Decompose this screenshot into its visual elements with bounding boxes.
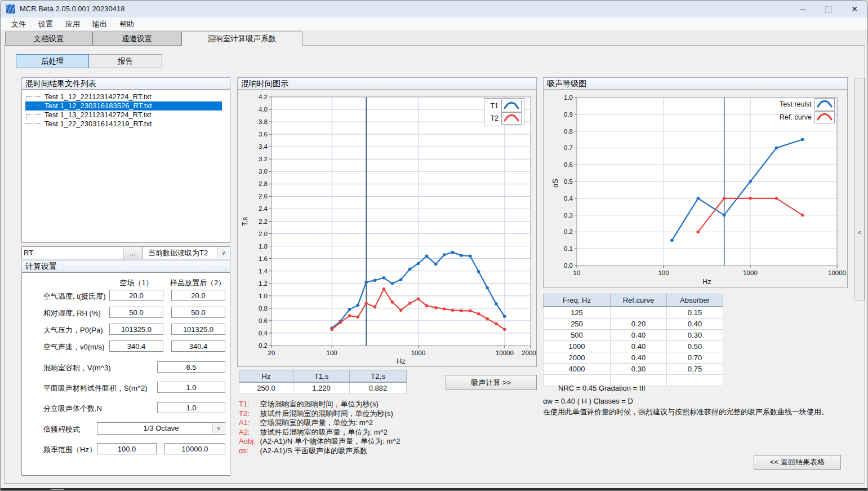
svg-text:4.0: 4.0 (259, 106, 268, 113)
table-row[interactable]: 2500.200.40 (544, 319, 723, 330)
list-item[interactable]: Test 1_12_230316183526_RT.txt (25, 101, 222, 110)
svg-text:αS: αS (551, 179, 559, 188)
freq-max-input[interactable] (164, 443, 225, 454)
svg-text:0.2: 0.2 (259, 342, 268, 349)
col-header-empty-room: 空场（1） (109, 278, 163, 288)
tree-branch-icon (26, 114, 41, 116)
table-row[interactable]: 1250.15 (544, 307, 723, 319)
rt-table-header-hz: Hz (239, 370, 293, 383)
humidity-2-input[interactable] (171, 307, 225, 318)
table-row[interactable]: 20000.400.70 (544, 352, 723, 364)
close-button[interactable]: ✕ (842, 1, 867, 17)
svg-text:Hz: Hz (397, 357, 405, 365)
note-line: T2: 放试件后混响室的混响时间，单位为秒(s) (239, 409, 400, 419)
menu-settings[interactable]: 设置 (32, 17, 59, 30)
menu-application[interactable]: 应用 (59, 17, 86, 30)
absorber-count-input[interactable] (157, 402, 225, 413)
list-item[interactable]: Test 1_12_221123142724_RT.txt (25, 92, 222, 101)
svg-text:3.0: 3.0 (259, 168, 268, 175)
result-file-list[interactable]: Test 1_12_221123142724_RT.txtTest 1_12_2… (21, 89, 230, 243)
tab-channel-settings[interactable]: 通道设置 (92, 32, 181, 46)
list-item[interactable]: Test 1_22_230316141219_RT.txt (25, 120, 222, 129)
menu-help[interactable]: 帮助 (113, 17, 140, 30)
sound-speed-1-input[interactable] (109, 340, 163, 352)
note-line: Aobj: (A2-A1)/N 单个物体的吸声量，单位为: m^2 (239, 437, 400, 446)
nrc-result-text: NRC = 0.45 Gradation = III (558, 384, 646, 392)
back-to-results-button[interactable]: << 返回结果表格 (754, 455, 841, 470)
ref-curve-icon (814, 111, 835, 123)
svg-text:4.2: 4.2 (259, 94, 268, 100)
note-line: T1: 空场混响室的混响时间，单位为秒(s) (239, 400, 400, 409)
svg-text:1000: 1000 (743, 269, 758, 276)
tree-branch-icon (26, 96, 41, 98)
sound-speed-2-input[interactable] (171, 340, 225, 352)
app-window: MCR Beta 2.05.0.001 20230418 ✕ 文件 设置 应用 … (0, 0, 868, 491)
svg-text:0.6: 0.6 (259, 317, 268, 324)
tree-branch-icon (26, 105, 41, 107)
col-header-with-sample: 样品放置后（2） (167, 278, 228, 288)
tab-document-settings[interactable]: 文档设置 (5, 32, 92, 46)
room-volume-input[interactable] (157, 361, 225, 373)
subtab-report[interactable]: 报告 (88, 54, 162, 68)
svg-text:2.2: 2.2 (259, 218, 268, 225)
pressure-1-input[interactable] (109, 324, 163, 335)
svg-text:0.8: 0.8 (259, 305, 268, 312)
sample-area-input[interactable] (157, 382, 225, 393)
list-item[interactable]: Test 1_13_221123142724_RT.txt (25, 110, 222, 120)
air-temp-2-input[interactable] (171, 290, 225, 301)
table-row[interactable]: 40000.300.75 (544, 364, 723, 375)
table-row[interactable]: 5000.400.30 (544, 330, 723, 341)
octave-mode-dropdown[interactable]: 1/3 Octave ∨ (97, 422, 225, 435)
svg-text:100: 100 (658, 269, 669, 276)
svg-text:10000: 10000 (496, 350, 514, 356)
label-air-temp: 空气温度, t(摄氏度) (43, 291, 106, 302)
humidity-1-input[interactable] (109, 307, 163, 318)
svg-text:3.6: 3.6 (259, 131, 268, 138)
svg-text:1.4: 1.4 (259, 268, 268, 275)
freq-min-input[interactable] (97, 443, 157, 454)
label-room-volume: 混响室容积，V(m^3) (43, 363, 111, 373)
svg-text:T,s: T,s (241, 217, 249, 226)
legend-row-t2: T2 (487, 112, 522, 125)
rt-name-input[interactable] (21, 246, 123, 259)
svg-text:2.6: 2.6 (259, 193, 268, 200)
legend-row-ref-curve: Ref. curve (780, 111, 835, 123)
minimize-icon (800, 10, 806, 10)
title-bar: MCR Beta 2.05.0.001 20230418 ✕ (1, 1, 867, 17)
minimize-button[interactable] (790, 1, 816, 17)
panel-collapse-splitter[interactable]: < (854, 78, 865, 300)
single-value-note: 在使用此单值评价量的时候，强烈建议与按照标准获得的完整的吸声系数曲线一块使用。 (543, 407, 829, 417)
note-line: A2: 放试件后混响室的吸声量，单位为: m^2 (239, 428, 400, 437)
rt-value-table[interactable]: Hz T1,s T2,s 250.0 1.220 0.882 (239, 370, 407, 394)
label-pressure: 大气压力，P0(Pa) (43, 325, 103, 335)
table-row[interactable]: 10000.400.50 (544, 341, 723, 352)
label-sample-area: 平面吸声材料试件面积，S(m^2) (43, 383, 148, 393)
air-temp-1-input[interactable] (109, 290, 163, 301)
data-mode-dropdown[interactable]: 当前数据读取为T2 ∨ (142, 246, 230, 259)
taskbar-glyph (51, 489, 64, 490)
pressure-2-input[interactable] (171, 324, 225, 335)
tree-guide-line (26, 96, 26, 123)
legend-label-t2: T2 (490, 114, 498, 122)
t1-curve-icon (501, 100, 522, 112)
menu-file[interactable]: 文件 (5, 17, 32, 30)
legend-label-ref-curve: Ref. curve (780, 113, 812, 121)
rt-chart[interactable]: 0.20.40.60.81.01.21.41.61.82.02.22.42.62… (238, 90, 536, 366)
table-row[interactable]: 250.0 1.220 0.882 (239, 382, 407, 394)
svg-text:1.8: 1.8 (259, 243, 268, 250)
menu-output[interactable]: 输出 (86, 17, 113, 30)
label-octave-mode: 倍频程模式 (43, 424, 80, 435)
svg-text:10000: 10000 (828, 269, 846, 276)
legend-row-t1: T1 (487, 100, 522, 112)
svg-text:0.7: 0.7 (564, 144, 573, 151)
file-list-title: 混时间结果文件列表 (21, 77, 230, 90)
browse-button[interactable]: ... (123, 246, 143, 259)
absorption-chart-panel: 0.00.10.20.30.40.50.60.70.80.91.01010010… (543, 89, 848, 288)
absorber-table[interactable]: Freq. Hz Ref.curve Absorber 1250.152500.… (543, 294, 723, 386)
tab-reverb-absorption[interactable]: 混响室计算吸声系数 (181, 32, 302, 46)
maximize-button[interactable] (816, 1, 842, 17)
absorption-calc-button[interactable]: 吸声计算 >> (446, 375, 537, 390)
svg-text:0.9: 0.9 (564, 111, 573, 118)
chevron-down-icon: ∨ (212, 423, 224, 434)
subtab-postprocess[interactable]: 后处理 (16, 54, 89, 68)
